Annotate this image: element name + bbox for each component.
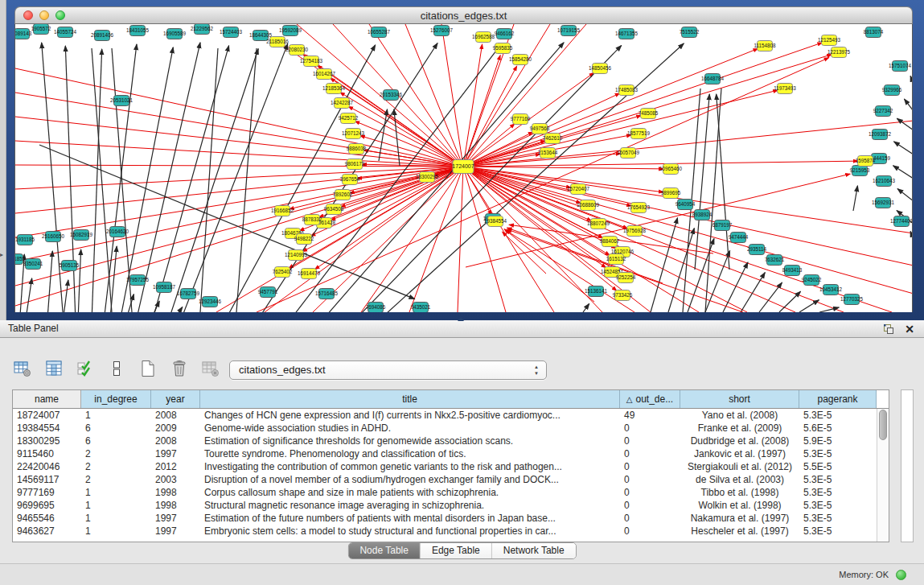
table-cell[interactable]: Yano et al. (2008) [680, 409, 799, 422]
table-cell[interactable]: 5.3E-5 [799, 409, 877, 422]
table-cell[interactable]: 5.3E-5 [799, 447, 877, 460]
tab-network-table[interactable]: Network Table [492, 543, 576, 558]
table-cell[interactable]: 0 [620, 435, 680, 447]
table-cell[interactable]: 1 [81, 499, 151, 512]
column-header-out-de-[interactable]: △out_de... [620, 390, 680, 408]
table-cell[interactable]: 2 [81, 473, 151, 486]
table-cell[interactable]: 18300295 [13, 435, 81, 447]
table-cell[interactable]: 0 [620, 486, 680, 499]
table-cell[interactable]: 5.3E-5 [799, 512, 877, 525]
table-cell[interactable]: 2008 [151, 435, 200, 447]
table-row[interactable]: 1872400712008Changes of HCN gene express… [13, 409, 889, 422]
table-cell[interactable]: 49 [620, 409, 680, 422]
table-row[interactable]: 1456911722003Disruption of a novel membe… [13, 473, 889, 486]
table-cell[interactable]: de Silva et al. (2003) [680, 473, 799, 486]
table-cell[interactable]: 2012 [151, 460, 200, 473]
column-header-name[interactable]: name [13, 390, 81, 408]
table-cell[interactable]: 0 [620, 512, 680, 525]
table-cell[interactable]: 1997 [151, 447, 200, 460]
table-cell[interactable]: Estimation of the future numbers of pati… [200, 512, 620, 525]
table-cell[interactable]: 2 [81, 447, 151, 460]
table-cell[interactable]: 6 [81, 435, 151, 447]
table-cell[interactable]: Structural magnetic resonance image aver… [200, 499, 620, 512]
column-header-in-degree[interactable]: in_degree [81, 390, 151, 408]
table-cell[interactable]: Changes of HCN gene expression and I(f) … [200, 409, 620, 422]
table-cell[interactable]: 9115460 [13, 447, 81, 460]
table-cell[interactable]: 9699695 [13, 499, 81, 512]
table-cell[interactable]: 1997 [151, 525, 200, 538]
create-column-icon[interactable] [137, 357, 159, 380]
table-cell[interactable]: Tibbo et al. (1998) [680, 486, 799, 499]
table-cell[interactable]: 2009 [151, 422, 200, 435]
table-cell[interactable]: Genome-wide association studies in ADHD. [200, 422, 620, 435]
table-row[interactable]: 2242004622012Investigating the contribut… [13, 460, 889, 473]
show-hide-columns-icon[interactable] [43, 357, 65, 380]
table-cell[interactable]: Franke et al. (2009) [680, 422, 799, 435]
table-cell[interactable]: 0 [620, 525, 680, 538]
table-cell[interactable]: 18724007 [13, 409, 81, 422]
table-cell[interactable]: Estimation of significance thresholds fo… [200, 435, 620, 447]
table-cell[interactable]: 14569117 [13, 473, 81, 486]
table-cell[interactable]: 22420046 [13, 460, 81, 473]
table-cell[interactable]: 2008 [151, 409, 200, 422]
table-row[interactable]: 946362711997Embryonic stem cells: a mode… [13, 525, 889, 538]
table-cell[interactable]: Investigating the contribution of common… [200, 460, 620, 473]
table-cell[interactable]: 2003 [151, 473, 200, 486]
network-canvas[interactable]: 2089143190557214055724208914061843105516… [14, 24, 913, 312]
table-cell[interactable]: 0 [620, 499, 680, 512]
column-header-title[interactable]: title [200, 390, 620, 408]
table-options-icon[interactable] [11, 357, 34, 380]
table-cell[interactable]: 5.3E-5 [799, 486, 877, 499]
table-cell[interactable]: Embryonic stem cells: a model to study s… [200, 525, 620, 538]
table-row[interactable]: 1830029562008Estimation of significance … [13, 435, 889, 447]
table-cell[interactable]: Tourette syndrome. Phenomenology and cla… [200, 447, 620, 460]
table-row[interactable]: 1938455462009Genome-wide association stu… [13, 422, 889, 435]
table-cell[interactable]: 0 [620, 447, 680, 460]
table-cell[interactable]: 6 [81, 422, 151, 435]
table-cell[interactable]: Hescheler et al. (1997) [680, 525, 799, 538]
table-row[interactable]: 977716911998Corpus callosum shape and si… [13, 486, 889, 499]
table-cell[interactable]: 5.5E-5 [799, 460, 877, 473]
table-cell[interactable]: Corpus callosum shape and size in male p… [200, 486, 620, 499]
scrollbar-thumb[interactable] [879, 410, 887, 440]
table-cell[interactable]: 1998 [151, 486, 200, 499]
table-selector-dropdown[interactable]: citations_edges.txt ▲▼ [229, 360, 547, 380]
table-cell[interactable]: 1 [81, 409, 151, 422]
table-cell[interactable]: 19384554 [13, 422, 81, 435]
table-cell[interactable]: 5.3E-5 [799, 473, 877, 486]
column-header-short[interactable]: short [680, 390, 799, 408]
table-cell[interactable]: 1 [81, 486, 151, 499]
table-cell[interactable]: 1 [81, 512, 151, 525]
table-cell[interactable]: Nakamura et al. (1997) [680, 512, 799, 525]
table-cell[interactable]: Dudbridge et al. (2008) [680, 435, 799, 447]
table-cell[interactable]: 9465546 [13, 512, 81, 525]
panel-splitter-grip[interactable] [455, 317, 466, 322]
close-panel-icon[interactable]: ✕ [905, 321, 914, 337]
table-row[interactable]: 946554611997Estimation of the future num… [13, 512, 889, 525]
table-cell[interactable]: 5.3E-5 [799, 499, 877, 512]
table-row[interactable]: 969969511998Structural magnetic resonanc… [13, 499, 889, 512]
table-row[interactable]: 911546021997Tourette syndrome. Phenomeno… [13, 447, 889, 460]
table-cell[interactable]: 1 [81, 525, 151, 538]
select-columns-icon[interactable] [74, 357, 97, 380]
table-cell[interactable]: 0 [620, 422, 680, 435]
delete-table-icon[interactable] [199, 357, 222, 380]
tab-node-table[interactable]: Node Table [348, 543, 421, 558]
table-cell[interactable]: 1997 [151, 512, 200, 525]
column-header-pagerank[interactable]: pagerank [799, 390, 877, 408]
table-cell[interactable]: 9463627 [13, 525, 81, 538]
table-cell[interactable]: 0 [620, 460, 680, 473]
table-cell[interactable]: Disruption of a novel member of a sodium… [200, 473, 620, 486]
row-layout-icon[interactable] [105, 357, 128, 380]
table-cell[interactable]: 5.3E-5 [799, 525, 877, 538]
table-cell[interactable]: 1998 [151, 499, 200, 512]
table-cell[interactable]: 9777169 [13, 486, 81, 499]
table-cell[interactable]: Stergiakouli et al. (2012) [680, 460, 799, 473]
table-cell[interactable]: 2 [81, 460, 151, 473]
table-cell[interactable]: Jankovic et al. (1997) [680, 447, 799, 460]
float-panel-icon[interactable] [882, 323, 895, 336]
column-header-year[interactable]: year [151, 390, 200, 408]
table-scrollbar[interactable] [877, 409, 889, 542]
table-cell[interactable]: 5.6E-5 [799, 422, 877, 435]
network-graph[interactable]: 2089143190557214055724208914061843105516… [15, 24, 913, 312]
